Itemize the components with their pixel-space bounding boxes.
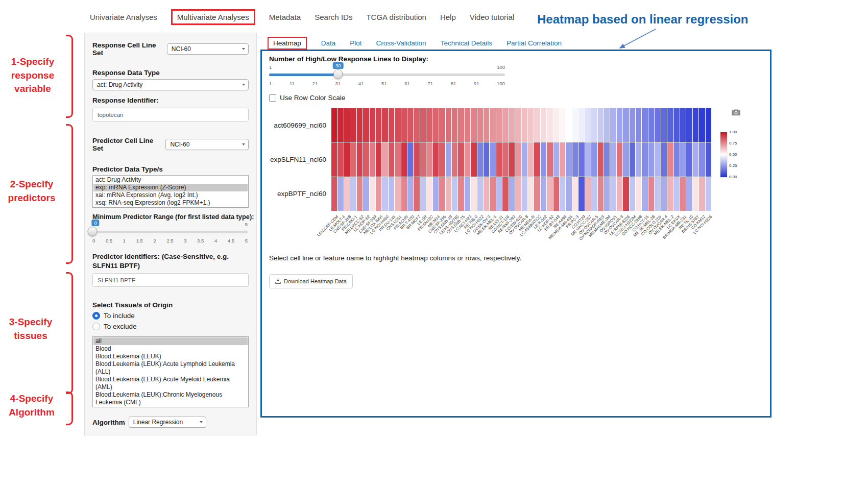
predictor-cell-line-set-select[interactable]: NCI-60 (165, 139, 249, 150)
radio-to-include[interactable]: To include (92, 312, 249, 320)
heatmap-cell[interactable] (693, 177, 698, 211)
heatmap-cell[interactable] (350, 177, 356, 211)
heatmap-cell[interactable] (471, 108, 476, 142)
heatmap-cell[interactable] (471, 177, 476, 211)
heatmap-cell[interactable] (350, 108, 356, 142)
heatmap-cell[interactable] (370, 142, 375, 176)
heatmap-cell[interactable] (630, 142, 635, 176)
radio-to-exclude[interactable]: To exclude (92, 323, 249, 330)
predictor-type-option[interactable]: xai: mRNA Expression (Avg. log2 Int.) (93, 191, 248, 199)
heatmap-cell[interactable] (433, 142, 439, 176)
heatmap-cell[interactable] (458, 142, 464, 176)
heatmap-cell[interactable] (547, 177, 552, 211)
heatmap-cell[interactable] (515, 108, 521, 142)
heatmap-cell[interactable] (376, 142, 381, 176)
heatmap-cell[interactable] (648, 108, 654, 142)
tab-cross-validation[interactable]: Cross-Validation (376, 39, 426, 47)
heatmap-cell[interactable] (395, 108, 400, 142)
heatmap-cell[interactable] (509, 108, 515, 142)
predictor-identifiers-input[interactable] (92, 273, 249, 287)
heatmap-cell[interactable] (496, 177, 502, 211)
heatmap-cell[interactable] (610, 108, 616, 142)
heatmap-cell[interactable] (502, 142, 508, 176)
heatmap-cell[interactable] (344, 108, 350, 142)
heatmap-cell[interactable] (623, 108, 629, 142)
heatmap-cell[interactable] (528, 142, 534, 176)
range-slider-bubble[interactable]: 0 (91, 219, 99, 226)
heatmap-cell[interactable] (661, 142, 667, 176)
heatmap-cell[interactable] (686, 177, 692, 211)
heatmap-cell[interactable] (509, 142, 515, 176)
response-cell-line-set-select[interactable]: NCI-60 (167, 43, 249, 55)
heatmap-cell[interactable] (395, 177, 400, 211)
tissue-option[interactable]: Blood:Leukemia (LEUK):Acute Myeloid Leuk… (93, 376, 248, 391)
heatmap-cell[interactable] (344, 177, 350, 211)
heatmap-cell[interactable] (578, 177, 584, 211)
tissue-option[interactable]: Blood:Leukemia (LEUK):Chronic Myelogenou… (93, 391, 248, 406)
heatmap-cell[interactable] (674, 108, 680, 142)
heatmap-cell[interactable] (496, 142, 502, 176)
heatmap-cell[interactable] (376, 177, 381, 211)
heatmap-cell[interactable] (560, 177, 565, 211)
min-predictor-range-slider[interactable]: 0 5 00.511.522.533.544.55 (92, 222, 248, 246)
tab-data[interactable]: Data (321, 39, 336, 47)
tissue-option[interactable]: Blood (93, 345, 248, 353)
range-slider-handle[interactable] (88, 227, 98, 236)
nav-item-video-tutorial[interactable]: Video tutorial (470, 13, 514, 21)
heatmap-cell[interactable] (566, 142, 571, 176)
heatmap-cell[interactable] (446, 177, 451, 211)
heatmap-cell[interactable] (655, 108, 660, 142)
heatmap-cell[interactable] (439, 177, 445, 211)
heatmap-cell[interactable] (414, 142, 419, 176)
heatmap-cell[interactable] (617, 177, 622, 211)
heatmap-cell[interactable] (534, 177, 540, 211)
heatmap-cell[interactable] (693, 108, 698, 142)
heatmap-cell[interactable] (376, 108, 381, 142)
heatmap-cell[interactable] (484, 142, 489, 176)
heatmap-cell[interactable] (636, 177, 641, 211)
heatmap-cell[interactable] (693, 142, 698, 176)
heatmap-cell[interactable] (407, 142, 413, 176)
row-color-scale-checkbox[interactable] (269, 94, 276, 102)
heatmap-cell[interactable] (363, 108, 369, 142)
heatmap-cell[interactable] (401, 142, 407, 176)
heatmap-cell[interactable] (350, 142, 356, 176)
heatmap-cell[interactable] (528, 108, 534, 142)
heatmap-cell[interactable] (414, 177, 419, 211)
heatmap-cell[interactable] (477, 108, 483, 142)
nav-item-tcga-distribution[interactable]: TCGA distribution (366, 13, 426, 21)
heatmap-cell[interactable] (502, 108, 508, 142)
tissue-listbox[interactable]: allBloodBlood:Leukemia (LEUK)Blood:Leuke… (92, 336, 249, 407)
heatmap-cell[interactable] (509, 177, 515, 211)
heatmap-cell[interactable] (433, 177, 439, 211)
heatmap-cell[interactable] (674, 142, 680, 176)
heatmap-cell[interactable] (420, 177, 426, 211)
heatmap-cell[interactable] (522, 108, 527, 142)
heatmap-cell[interactable] (407, 177, 413, 211)
heatmap-cell[interactable] (553, 177, 559, 211)
heatmap-cell[interactable] (426, 142, 432, 176)
heatmap-cell[interactable] (623, 177, 629, 211)
nav-item-univariate-analyses[interactable]: Univariate Analyses (90, 13, 157, 21)
heatmap-cell[interactable] (439, 108, 445, 142)
range-slider-track[interactable] (92, 231, 248, 233)
heatmap-cell[interactable] (547, 108, 552, 142)
heatmap-cell[interactable] (407, 108, 413, 142)
heatmap-cell[interactable] (686, 108, 692, 142)
heatmap-cell[interactable] (331, 142, 337, 176)
heatmap-row-label[interactable]: expSLFN11_nci60 (262, 142, 329, 177)
heatmap-cell[interactable] (636, 108, 641, 142)
heatmap-cell[interactable] (541, 108, 546, 142)
heatmap-cell[interactable] (477, 142, 483, 176)
heatmap-cell[interactable] (642, 108, 647, 142)
heatmap-cell[interactable] (541, 142, 546, 176)
heatmap-cell[interactable] (414, 108, 419, 142)
heatmap-cell[interactable] (699, 108, 705, 142)
heatmap-cell[interactable] (585, 142, 591, 176)
heatmap-cell[interactable] (591, 177, 597, 211)
row-color-scale-row[interactable]: Use Row Color Scale (269, 94, 345, 102)
heatmap-cell[interactable] (452, 108, 457, 142)
heatmap-cell[interactable] (541, 177, 546, 211)
heatmap-cell[interactable] (680, 177, 686, 211)
heatmap-cell[interactable] (547, 142, 552, 176)
